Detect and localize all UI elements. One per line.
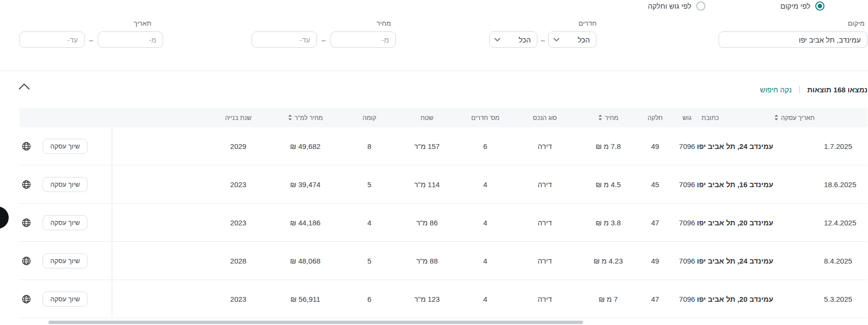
sort-icon[interactable]: [288, 114, 292, 121]
assign-transaction-button[interactable]: שיוך עסקה: [43, 253, 88, 268]
sort-icon[interactable]: [774, 114, 778, 121]
cell-address: עמינדב 20, תל אביב יפו: [702, 219, 774, 227]
radio-by-location[interactable]: לפי מיקום: [780, 1, 824, 11]
cell-floor: 5: [344, 257, 394, 265]
date-label: תאריך: [19, 19, 163, 27]
cell-type: דירה: [511, 257, 579, 265]
assign-transaction-button[interactable]: שיוך עסקה: [43, 177, 88, 192]
location-input[interactable]: [718, 31, 868, 48]
column-header-ppsqm[interactable]: מחיר למ"ר: [266, 114, 344, 121]
price-label: מחיר: [252, 19, 396, 27]
horizontal-scrollbar[interactable]: [48, 321, 583, 324]
table-row: 8.4.2025עמינדב 24, תל אביב יפו7096494.23…: [19, 242, 868, 280]
cell-year: 2029: [210, 142, 266, 150]
cell-year: 2023: [210, 219, 266, 227]
table-row: 12.4.2025עמינדב 20, תל אביב יפו7096473.8…: [19, 204, 868, 242]
cell-price: 7.8 מ ₪: [579, 142, 638, 150]
assign-transaction-button[interactable]: שיוך עסקה: [43, 292, 88, 307]
cell-rooms: 4: [460, 219, 511, 227]
row-actions: שיוך עסקה: [19, 204, 112, 241]
radio-by-block-parcel-label: לפי גוש וחלקה: [648, 2, 691, 10]
rooms-from-value: הכל: [555, 36, 590, 44]
column-header-rooms: מס' חדרים: [460, 114, 511, 121]
cell-ppsqm: 44,186 ₪: [266, 219, 344, 227]
cell-ppsqm: 49,682 ₪: [266, 142, 344, 150]
radio-by-location-label: לפי מיקום: [780, 2, 810, 10]
search-mode-radio-group: לפי מיקום לפי גוש וחלקה: [648, 1, 824, 11]
cell-price: 3.8 מ ₪: [579, 219, 638, 227]
column-header-label: שנת בנייה: [225, 114, 252, 121]
cell-gush: 7096: [673, 295, 702, 303]
cell-helka: 47: [638, 219, 673, 227]
cell-type: דירה: [511, 219, 579, 227]
column-header-label: חלקה: [647, 114, 662, 121]
column-header-label: סוג הנכס: [533, 114, 557, 121]
section-divider: [0, 71, 868, 71]
column-header-price[interactable]: מחיר: [579, 114, 638, 121]
cell-price: 7 מ ₪: [579, 295, 638, 303]
cell-address: עמינדב 16, תל אביב יפו: [702, 180, 774, 189]
rooms-to-select[interactable]: הכל: [489, 31, 538, 48]
rooms-from-select[interactable]: הכל: [548, 31, 597, 48]
cell-area: 114 מ"ר: [394, 180, 460, 189]
transactions-table: תאריך עסקהכתובתגושחלקהמחירסוג הנכסמס' חד…: [19, 108, 868, 318]
cell-area: 157 מ"ר: [394, 142, 460, 150]
globe-map-icon[interactable]: [22, 295, 31, 304]
column-header-address: כתובת: [702, 114, 774, 121]
table-row: 5.3.2025עמינדב 20, תל אביב יפו7096477 מ …: [19, 280, 868, 318]
column-header-label: קומה: [362, 114, 376, 121]
column-header-area: שטח: [394, 114, 460, 121]
clear-search-link[interactable]: נקה חיפוש: [760, 86, 792, 94]
assign-transaction-button[interactable]: שיוך עסקה: [43, 215, 88, 230]
column-header-label: מחיר: [605, 114, 618, 121]
price-to-input[interactable]: [252, 31, 317, 48]
sort-icon[interactable]: [598, 114, 602, 121]
table-row: 1.7.2025עמינדב 24, תל אביב יפו7096497.8 …: [19, 127, 868, 165]
rooms-label: חדרים: [489, 19, 597, 27]
cell-area: 86 מ"ר: [394, 219, 460, 227]
filter-price: מחיר –: [252, 19, 396, 48]
column-header-floor: קומה: [344, 114, 394, 121]
radio-by-block-parcel[interactable]: לפי גוש וחלקה: [648, 1, 705, 11]
cell-price: 4.23 מ ₪: [579, 257, 638, 265]
cell-rooms: 4: [460, 257, 511, 265]
column-header-label: מחיר למ"ר: [295, 114, 323, 121]
assign-transaction-button[interactable]: שיוך עסקה: [43, 139, 88, 154]
column-header-label: שטח: [420, 114, 434, 121]
row-actions: שיוך עסקה: [19, 127, 112, 165]
cell-date: 12.4.2025: [774, 219, 868, 227]
cell-date: 18.6.2025: [774, 180, 868, 189]
cell-helka: 49: [638, 257, 673, 265]
radio-selected-icon[interactable]: [815, 1, 824, 11]
cell-date: 5.3.2025: [774, 295, 868, 303]
rooms-to-value: הכל: [496, 36, 531, 44]
column-header-label: גוש: [683, 114, 691, 121]
cell-area: 88 מ"ר: [394, 257, 460, 265]
date-to-input[interactable]: [19, 31, 85, 48]
cell-rooms: 4: [460, 295, 511, 303]
floating-widget-button[interactable]: [0, 207, 9, 229]
column-header-date[interactable]: תאריך עסקה: [774, 114, 868, 121]
globe-map-icon[interactable]: [22, 180, 31, 189]
date-from-input[interactable]: [98, 31, 163, 48]
collapse-panel-chevron-up-icon[interactable]: [18, 83, 30, 92]
cell-year: 2028: [210, 257, 266, 265]
cell-address: עמינדב 20, תל אביב יפו: [702, 295, 774, 303]
chevron-down-icon: [554, 38, 559, 42]
column-header-label: תאריך עסקה: [781, 114, 815, 121]
radio-unselected-icon[interactable]: [696, 1, 705, 11]
cell-helka: 47: [638, 295, 673, 303]
cell-price: 4.5 מ ₪: [579, 180, 638, 189]
cell-year: 2023: [210, 180, 266, 189]
globe-map-icon[interactable]: [22, 256, 31, 266]
cell-address: עמינדב 24, תל אביב יפו: [702, 257, 774, 265]
cell-helka: 49: [638, 142, 673, 150]
cell-address: עמינדב 24, תל אביב יפו: [702, 142, 774, 150]
table-body: 1.7.2025עמינדב 24, תל אביב יפו7096497.8 …: [19, 127, 868, 318]
globe-map-icon[interactable]: [22, 218, 31, 227]
chevron-down-icon: [494, 38, 500, 42]
cell-date: 8.4.2025: [774, 257, 868, 265]
globe-map-icon[interactable]: [22, 142, 31, 151]
price-from-input[interactable]: [330, 31, 396, 48]
cell-rooms: 6: [460, 142, 511, 150]
